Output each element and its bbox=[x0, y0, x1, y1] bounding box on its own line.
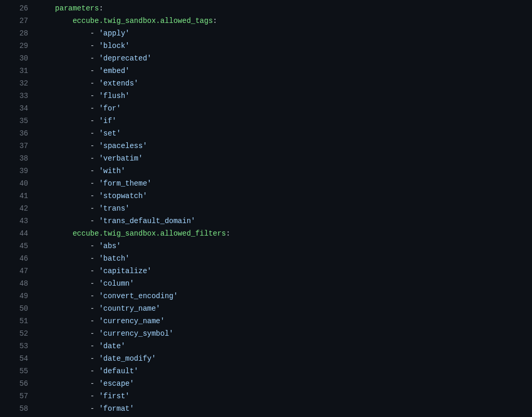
code-line[interactable]: 38 - 'verbatim' bbox=[0, 152, 532, 165]
line-content: - 'capitalize' bbox=[38, 265, 532, 277]
yaml-string: 'with' bbox=[99, 167, 125, 175]
line-number: 38 bbox=[0, 152, 38, 165]
line-content: - 'first' bbox=[38, 390, 532, 402]
line-number: 47 bbox=[0, 265, 38, 277]
dash-icon: - bbox=[90, 292, 99, 300]
dash-icon: - bbox=[90, 342, 99, 350]
line-number: 50 bbox=[0, 302, 38, 315]
dash-icon: - bbox=[90, 29, 99, 38]
line-content: - 'date' bbox=[38, 340, 532, 352]
yaml-key: eccube.twig_sandbox.allowed_tags bbox=[72, 17, 213, 25]
dash-icon: - bbox=[90, 404, 99, 413]
line-number: 36 bbox=[0, 127, 38, 140]
code-line[interactable]: 31 - 'embed' bbox=[0, 65, 532, 77]
yaml-string: 'block' bbox=[99, 42, 130, 50]
line-number: 54 bbox=[0, 352, 38, 365]
yaml-string: 'country_name' bbox=[99, 304, 161, 313]
line-content: eccube.twig_sandbox.allowed_filters: bbox=[38, 227, 532, 240]
line-number: 32 bbox=[0, 77, 38, 90]
line-content: - 'format_currency' bbox=[38, 415, 532, 417]
yaml-string: 'trans_default_domain' bbox=[99, 217, 196, 225]
yaml-string: 'convert_encoding' bbox=[99, 292, 178, 300]
code-line[interactable]: 34 - 'for' bbox=[0, 102, 532, 115]
code-line[interactable]: 51 - 'currency_name' bbox=[0, 315, 532, 327]
code-line[interactable]: 57 - 'first' bbox=[0, 390, 532, 402]
line-number: 56 bbox=[0, 377, 38, 390]
line-number: 43 bbox=[0, 215, 38, 227]
line-content: - 'trans_default_domain' bbox=[38, 215, 532, 227]
code-line[interactable]: 47 - 'capitalize' bbox=[0, 265, 532, 277]
code-line[interactable]: 49 - 'convert_encoding' bbox=[0, 290, 532, 302]
code-line[interactable]: 29 - 'block' bbox=[0, 40, 532, 52]
dash-icon: - bbox=[90, 179, 99, 188]
code-line[interactable]: 36 - 'set' bbox=[0, 127, 532, 140]
yaml-string: 'column' bbox=[99, 279, 134, 288]
code-line[interactable]: 59 - 'format_currency' bbox=[0, 415, 532, 417]
line-number: 34 bbox=[0, 102, 38, 115]
yaml-string: 'form_theme' bbox=[99, 179, 152, 188]
dash-icon: - bbox=[90, 79, 99, 88]
code-line[interactable]: 58 - 'format' bbox=[0, 402, 532, 415]
code-block[interactable]: 26 parameters:27 eccube.twig_sandbox.all… bbox=[0, 0, 532, 417]
code-line[interactable]: 30 - 'deprecated' bbox=[0, 52, 532, 65]
dash-icon: - bbox=[90, 67, 99, 75]
code-line[interactable]: 40 - 'form_theme' bbox=[0, 177, 532, 190]
code-line[interactable]: 56 - 'escape' bbox=[0, 377, 532, 390]
code-line[interactable]: 27 eccube.twig_sandbox.allowed_tags: bbox=[0, 15, 532, 27]
line-content: - 'batch' bbox=[38, 252, 532, 265]
code-line[interactable]: 44 eccube.twig_sandbox.allowed_filters: bbox=[0, 227, 532, 240]
line-number: 37 bbox=[0, 140, 38, 152]
code-line[interactable]: 45 - 'abs' bbox=[0, 240, 532, 252]
dash-icon: - bbox=[90, 117, 99, 125]
dash-icon: - bbox=[90, 254, 99, 263]
line-content: - 'extends' bbox=[38, 77, 532, 90]
line-content: - 'if' bbox=[38, 115, 532, 127]
code-line[interactable]: 46 - 'batch' bbox=[0, 252, 532, 265]
code-line[interactable]: 55 - 'default' bbox=[0, 365, 532, 377]
yaml-string: 'default' bbox=[99, 367, 139, 375]
code-line[interactable]: 28 - 'apply' bbox=[0, 27, 532, 40]
line-content: - 'country_name' bbox=[38, 302, 532, 315]
line-content: - 'apply' bbox=[38, 27, 532, 40]
line-content: - 'date_modify' bbox=[38, 352, 532, 365]
dash-icon: - bbox=[90, 142, 99, 150]
line-content: - 'for' bbox=[38, 102, 532, 115]
yaml-string: 'stopwatch' bbox=[99, 192, 147, 200]
code-line[interactable]: 32 - 'extends' bbox=[0, 77, 532, 90]
line-content: - 'trans' bbox=[38, 202, 532, 215]
yaml-string: 'deprecated' bbox=[99, 54, 152, 63]
code-line[interactable]: 43 - 'trans_default_domain' bbox=[0, 215, 532, 227]
yaml-string: 'flush' bbox=[99, 92, 130, 100]
yaml-key: eccube.twig_sandbox.allowed_filters bbox=[72, 229, 226, 238]
code-line[interactable]: 48 - 'column' bbox=[0, 277, 532, 290]
yaml-string: 'if' bbox=[99, 117, 117, 125]
code-line[interactable]: 37 - 'spaceless' bbox=[0, 140, 532, 152]
dash-icon: - bbox=[90, 204, 99, 213]
code-line[interactable]: 54 - 'date_modify' bbox=[0, 352, 532, 365]
code-line[interactable]: 42 - 'trans' bbox=[0, 202, 532, 215]
dash-icon: - bbox=[90, 129, 99, 138]
dash-icon: - bbox=[90, 279, 99, 288]
code-line[interactable]: 52 - 'currency_symbol' bbox=[0, 327, 532, 340]
line-content: - 'abs' bbox=[38, 240, 532, 252]
line-content: - 'escape' bbox=[38, 377, 532, 390]
dash-icon: - bbox=[90, 304, 99, 313]
line-number: 39 bbox=[0, 165, 38, 177]
line-number: 31 bbox=[0, 65, 38, 77]
yaml-string: 'extends' bbox=[99, 79, 139, 88]
code-line[interactable]: 50 - 'country_name' bbox=[0, 302, 532, 315]
line-number: 59 bbox=[0, 415, 38, 417]
dash-icon: - bbox=[90, 267, 99, 275]
dash-icon: - bbox=[90, 367, 99, 375]
yaml-string: 'format' bbox=[99, 404, 134, 413]
line-number: 27 bbox=[0, 15, 38, 27]
yaml-string: 'spaceless' bbox=[99, 142, 147, 150]
code-line[interactable]: 39 - 'with' bbox=[0, 165, 532, 177]
code-line[interactable]: 26 parameters: bbox=[0, 2, 532, 15]
code-line[interactable]: 35 - 'if' bbox=[0, 115, 532, 127]
line-content: - 'currency_symbol' bbox=[38, 327, 532, 340]
dash-icon: - bbox=[90, 217, 99, 225]
code-line[interactable]: 53 - 'date' bbox=[0, 340, 532, 352]
code-line[interactable]: 33 - 'flush' bbox=[0, 90, 532, 102]
code-line[interactable]: 41 - 'stopwatch' bbox=[0, 190, 532, 202]
